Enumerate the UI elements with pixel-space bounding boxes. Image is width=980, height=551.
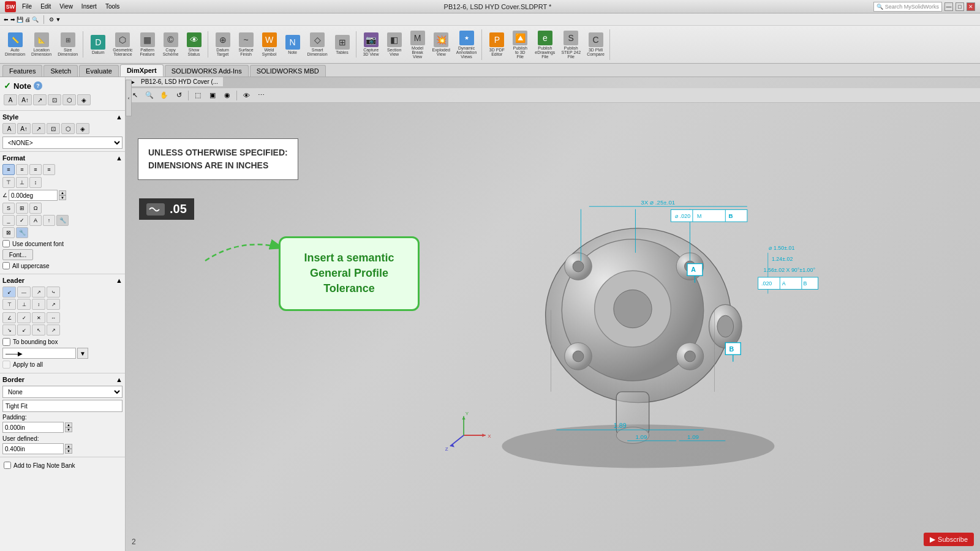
style-icon-5[interactable]: ⬡ — [62, 94, 76, 105]
leader-icon-5[interactable]: ⊤ — [2, 299, 16, 310]
file-menu[interactable]: File — [20, 2, 34, 10]
vt-zoom[interactable]: 🔍 — [143, 90, 156, 101]
vt-pan[interactable]: ✋ — [157, 90, 171, 101]
maximize-button[interactable]: □ — [956, 2, 964, 11]
padding-input[interactable] — [2, 422, 64, 433]
stack-icon[interactable]: S — [2, 203, 15, 214]
add-flag-checkbox[interactable] — [4, 462, 11, 469]
style-section-title[interactable]: Style ▲ — [2, 113, 123, 121]
style-btn-5[interactable]: ⬡ — [61, 123, 75, 134]
datum-target-button[interactable]: ⊕ DatumTarget — [212, 31, 234, 58]
align-center-icon[interactable]: ≡ — [16, 164, 28, 175]
use-doc-font-checkbox[interactable] — [2, 240, 10, 247]
vt-more[interactable]: ⋯ — [254, 90, 268, 101]
leader-row2-5[interactable]: ↘ — [2, 324, 16, 335]
style-btn-2[interactable]: A↑ — [17, 123, 31, 134]
leader-row2-2[interactable]: ✓ — [17, 312, 31, 323]
fmt-icon-2[interactable]: ✓ — [16, 215, 28, 226]
tab-dimxpert[interactable]: DimXpert — [120, 64, 164, 77]
padding-up-btn[interactable]: ▲ — [65, 422, 72, 427]
leader-icon-2[interactable]: — — [17, 287, 31, 298]
angle-input[interactable]: 0.00deg — [9, 190, 58, 201]
all-uppercase-checkbox[interactable] — [2, 262, 10, 269]
leader-icon-6[interactable]: ⊥ — [17, 299, 31, 310]
leader-row2-3[interactable]: ✕ — [32, 312, 45, 323]
tab-addins[interactable]: SOLIDWORKS Add-Ins — [165, 65, 249, 77]
size-dimension-button[interactable]: ⊞ SizeDimension — [55, 31, 80, 58]
leader-icon-8[interactable]: ↗ — [47, 299, 60, 310]
close-button[interactable]: ✕ — [967, 2, 975, 11]
exploded-view-button[interactable]: 💥 ExplodedView — [430, 31, 453, 58]
surface-finish-button[interactable]: ~ SurfaceFinish — [235, 31, 257, 58]
3d-pdf-editor-button[interactable]: P 3D PDFEditor — [486, 31, 508, 58]
angle-down-btn[interactable]: ▼ — [59, 195, 66, 200]
text-format-title[interactable]: Format ▲ — [2, 154, 123, 162]
angle-spinner[interactable]: ▲ ▼ — [59, 190, 66, 200]
leader-row2-4[interactable]: ↔ — [47, 312, 60, 323]
note-button[interactable]: N Note — [282, 34, 304, 56]
align-right-icon[interactable]: ≡ — [29, 164, 42, 175]
style-dropdown[interactable]: <NONE> — [2, 137, 123, 149]
fmt-icon-5[interactable]: 🔧 — [56, 215, 69, 226]
tab-features[interactable]: Features — [2, 65, 42, 77]
leader-row2-1[interactable]: ∠ — [2, 312, 16, 323]
tab-evaluate[interactable]: Evaluate — [79, 65, 119, 77]
geometric-tolerance-button[interactable]: ⬡ GeometricTolerance — [110, 31, 135, 58]
file-tab-label[interactable]: PB12-6, LSD HYD Cover (... — [141, 78, 218, 85]
leader-row2-8[interactable]: ↗ — [47, 324, 60, 335]
tolerance-box[interactable]: .05 — [139, 198, 194, 220]
padding-spinner[interactable]: ▲ ▼ — [65, 422, 72, 432]
user-defined-down-btn[interactable]: ▼ — [65, 449, 72, 454]
fmt-icon-3[interactable]: A — [29, 215, 42, 226]
user-defined-up-btn[interactable]: ▲ — [65, 444, 72, 449]
valign-top-icon[interactable]: ⊤ — [2, 177, 15, 188]
leader-title[interactable]: Leader ▲ — [2, 277, 123, 284]
fmt-icon-1[interactable]: _ — [2, 215, 15, 226]
leader-icon-4[interactable]: ⤷ — [47, 287, 60, 298]
leader-icon-1[interactable]: ↙ — [2, 287, 16, 298]
leader-line-style[interactable]: ——▶ — [2, 348, 76, 359]
tools-menu[interactable]: Tools — [103, 2, 122, 10]
style-icon-4[interactable]: ⊡ — [48, 94, 61, 105]
fmt-icon-7[interactable]: 🔧 — [16, 227, 28, 238]
border-dropdown[interactable]: None — [2, 386, 123, 398]
style-icon-6[interactable]: ◈ — [77, 94, 91, 105]
vt-view1[interactable]: ⬚ — [191, 90, 205, 101]
dynamic-annotation-button[interactable]: ★ DynamicAnnotationViews — [454, 29, 479, 60]
align-left-icon[interactable]: ≡ — [2, 164, 15, 175]
model-break-view-button[interactable]: M ModelBreakView — [407, 29, 429, 60]
subscribe-button[interactable]: ▶ Subscribe — [924, 533, 974, 546]
vt-display[interactable]: ◉ — [221, 90, 234, 101]
user-defined-spinner[interactable]: ▲ ▼ — [65, 444, 72, 454]
symbol-icon[interactable]: Ω — [29, 203, 42, 214]
capture-3d-view-button[interactable]: 📷 Capture3D View — [360, 31, 382, 58]
table-icon[interactable]: ⊞ — [16, 203, 28, 214]
minimize-button[interactable]: — — [944, 2, 953, 11]
view-menu[interactable]: View — [57, 2, 75, 10]
weld-symbol-button[interactable]: W WeldSymbol — [258, 31, 281, 58]
datum-button[interactable]: D Datum — [87, 34, 109, 56]
help-button[interactable]: ? — [34, 81, 42, 90]
leader-row2-7[interactable]: ↖ — [32, 324, 45, 335]
tab-mbd[interactable]: SOLIDWORKS MBD — [250, 65, 326, 77]
section-view-button[interactable]: ◧ SectionView — [383, 31, 405, 58]
search-bar[interactable]: 🔍 Search MySolidWorks — [873, 2, 942, 12]
leader-arrow-dropdown[interactable]: ▼ — [77, 348, 88, 359]
align-justify-icon[interactable]: ≡ — [43, 164, 55, 175]
edit-menu[interactable]: Edit — [38, 2, 53, 10]
pattern-feature-button[interactable]: ▦ PatternFeature — [137, 31, 159, 58]
fmt-icon-4[interactable]: ↑ — [43, 215, 55, 226]
valign-mid-icon[interactable]: ⊥ — [16, 177, 28, 188]
style-btn-3[interactable]: ↗ — [32, 123, 45, 134]
border-title[interactable]: Border ▲ — [2, 376, 123, 383]
style-icon-2[interactable]: A↑ — [18, 94, 32, 105]
angle-up-btn[interactable]: ▲ — [59, 190, 66, 195]
style-btn-6[interactable]: ◈ — [76, 123, 89, 134]
tables-button[interactable]: ⊞ Tables — [331, 34, 353, 56]
fmt-icon-6[interactable]: ⊠ — [2, 227, 15, 238]
style-btn-1[interactable]: A — [2, 123, 16, 134]
valign-bot-icon[interactable]: ↕ — [29, 177, 42, 188]
user-defined-input[interactable] — [2, 443, 64, 454]
padding-down-btn[interactable]: ▼ — [65, 427, 72, 432]
bounding-box-checkbox[interactable] — [2, 338, 10, 346]
